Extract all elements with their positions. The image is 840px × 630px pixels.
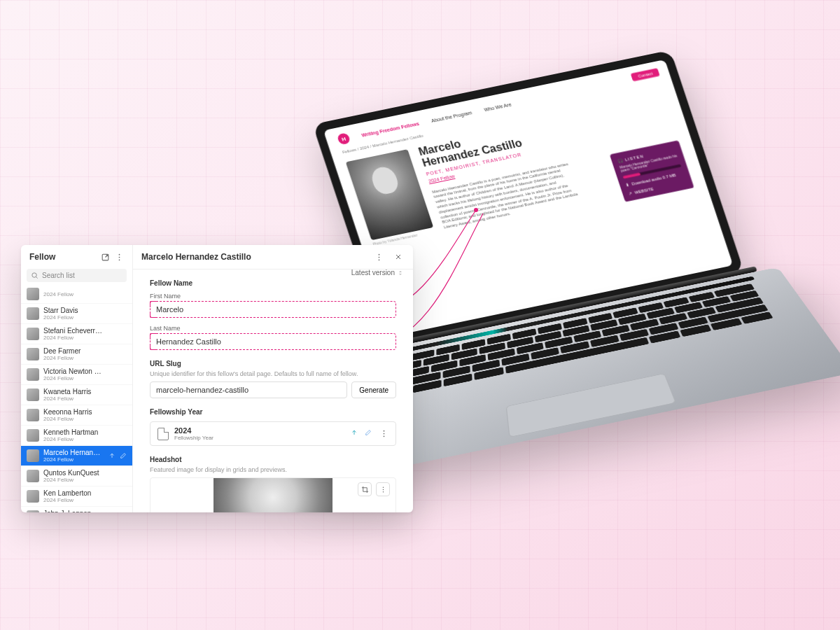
avatar (27, 388, 39, 401)
avatar (27, 510, 39, 512)
fellow-list-item[interactable]: 2024 Fellow (21, 285, 132, 304)
fellow-name: Kwaneta Harris (43, 388, 103, 396)
fellow-list-item[interactable]: Kenneth Hartman 2024 Fellow (21, 426, 132, 446)
fellow-list-item[interactable]: Victoria Newton Ford 2024 Fellow (21, 365, 132, 385)
fellow-list-item[interactable]: Marcelo Hernandez Casti… 2024 Fellow (21, 446, 132, 466)
fellow-name: Marcelo Hernandez Casti… (43, 449, 103, 456)
fellow-year: 2024 Fellow (43, 456, 103, 463)
avatar (27, 348, 39, 360)
fellow-list-item[interactable]: Starr Davis 2024 Fellow (21, 304, 132, 324)
section-fellowship-year: Fellowship Year 2024 Fellowship Year (150, 408, 396, 446)
search-placeholder: Search list (42, 272, 75, 279)
search-icon (31, 272, 38, 279)
fellow-year: 2024 Fellow (43, 497, 103, 503)
crop-icon[interactable] (358, 482, 372, 496)
generate-slug-button[interactable]: Generate (351, 382, 396, 398)
fellow-name: Quntos KunQuest (43, 469, 103, 477)
search-input[interactable]: Search list (27, 269, 127, 282)
edit-icon[interactable] (363, 428, 373, 438)
year-more-icon[interactable] (377, 428, 390, 440)
close-icon[interactable] (392, 251, 405, 263)
input-last-name[interactable]: Hernandez Castillo (150, 333, 396, 350)
fellow-year: 2024 Fellow (43, 416, 103, 422)
section-fellow-name: Fellow Name First Name Marcelo Last Name… (150, 279, 396, 350)
fellow-list-item[interactable]: Stefani Echeverría-Fenn 2024 Fellow (21, 324, 132, 344)
publish-status-icon[interactable] (349, 428, 359, 438)
fellow-list-item[interactable]: Quntos KunQuest 2024 Fellow (21, 466, 132, 486)
fellow-name: Dee Farmer (43, 347, 103, 355)
avatar (27, 307, 39, 320)
form-header: Marcelo Hernandez Castillo (133, 245, 413, 270)
svg-point-6 (378, 253, 379, 255)
fellow-list-item[interactable]: Kwaneta Harris 2024 Fellow (21, 385, 132, 405)
fellow-headshot (346, 149, 434, 240)
fellow-list-pane: Fellow Search list 2024 Fellow (21, 245, 133, 512)
input-first-name[interactable]: Marcelo (150, 301, 396, 318)
fellow-list-item[interactable]: Keeonna Harris 2024 Fellow (21, 405, 132, 426)
fellow-list-item[interactable]: Dee Farmer 2024 Fellow (21, 344, 132, 365)
svg-point-14 (382, 491, 383, 491)
label-first-name: First Name (150, 293, 396, 300)
fellow-year: 2024 Fellow (43, 335, 103, 341)
avatar (27, 470, 39, 482)
avatar (27, 429, 39, 442)
slug-help-text: Unique identifier for this fellow's deta… (150, 370, 396, 377)
avatar (27, 368, 39, 381)
svg-point-8 (378, 259, 379, 260)
fellow-name: Stefani Echeverría-Fenn (43, 327, 103, 335)
avatar (27, 490, 39, 503)
headshot-upload[interactable] (150, 477, 396, 512)
form-more-icon[interactable] (372, 251, 385, 263)
document-icon (158, 428, 169, 440)
year-card-title: 2024 (174, 426, 214, 435)
headshot-more-icon[interactable] (376, 482, 390, 496)
fellow-form-pane: Marcelo Hernandez Castillo Latest versio… (133, 245, 413, 512)
fellow-name: Keeonna Harris (43, 408, 103, 416)
list-header: Fellow (21, 245, 132, 267)
svg-point-5 (32, 273, 36, 277)
fellow-year: 2024 Fellow (43, 314, 103, 321)
fellow-year: 2024 Fellow (43, 396, 103, 402)
fellow-list-item[interactable]: John J. Lennon 2024 Fellow (21, 507, 132, 512)
section-heading-slug: URL Slug (150, 360, 396, 368)
svg-point-10 (383, 433, 384, 435)
fellow-year: 2024 Fellow (43, 291, 103, 298)
fellow-list[interactable]: 2024 Fellow Starr Davis 2024 Fellow Stef… (21, 285, 132, 512)
year-card-sub: Fellowship Year (174, 435, 214, 441)
fellow-name: Kenneth Hartman (43, 428, 103, 436)
edit-icon[interactable] (118, 451, 128, 461)
section-heading-name: Fellow Name (150, 279, 396, 287)
compose-icon[interactable] (99, 251, 111, 263)
input-slug[interactable]: marcelo-hernandez-castillo (150, 382, 347, 398)
nav-link-about[interactable]: About the Program (430, 110, 472, 123)
year-reference-card[interactable]: 2024 Fellowship Year (150, 421, 396, 446)
fellow-year: 2024 Fellow (43, 375, 103, 382)
fellow-year: 2024 Fellow (43, 355, 103, 361)
svg-point-12 (382, 486, 383, 487)
svg-point-4 (118, 259, 120, 260)
fellow-name: Victoria Newton Ford (43, 368, 103, 375)
headshot-help-text: Featured image for display in grids and … (150, 466, 396, 473)
fellow-bio: Marcelo Hernandez Castillo is a poet, me… (431, 161, 582, 230)
fellow-year: 2024 Fellow (43, 436, 103, 442)
fellow-year: 2024 Fellow (43, 477, 103, 483)
label-last-name: Last Name (150, 325, 396, 332)
svg-point-2 (118, 253, 120, 255)
list-title: Fellow (29, 252, 55, 262)
fellow-name: Ken Lamberton (43, 489, 103, 497)
fellow-list-item[interactable]: Ken Lamberton 2024 Fellow (21, 486, 132, 507)
publish-status-icon[interactable] (107, 451, 117, 461)
svg-point-3 (118, 256, 120, 258)
section-headshot: Headshot Featured image for display in g… (150, 456, 396, 512)
svg-point-7 (378, 256, 379, 258)
svg-point-13 (382, 489, 383, 489)
nav-link-who[interactable]: Who We Are (483, 102, 512, 112)
avatar (27, 288, 39, 300)
form-title: Marcelo Hernandez Castillo (141, 252, 251, 262)
fellow-name: John J. Lennon (43, 510, 103, 512)
svg-point-9 (383, 430, 384, 432)
avatar (27, 328, 39, 340)
cms-editor-panel: Fellow Search list 2024 Fellow (21, 245, 413, 512)
more-icon[interactable] (113, 251, 125, 263)
svg-point-11 (383, 435, 384, 437)
